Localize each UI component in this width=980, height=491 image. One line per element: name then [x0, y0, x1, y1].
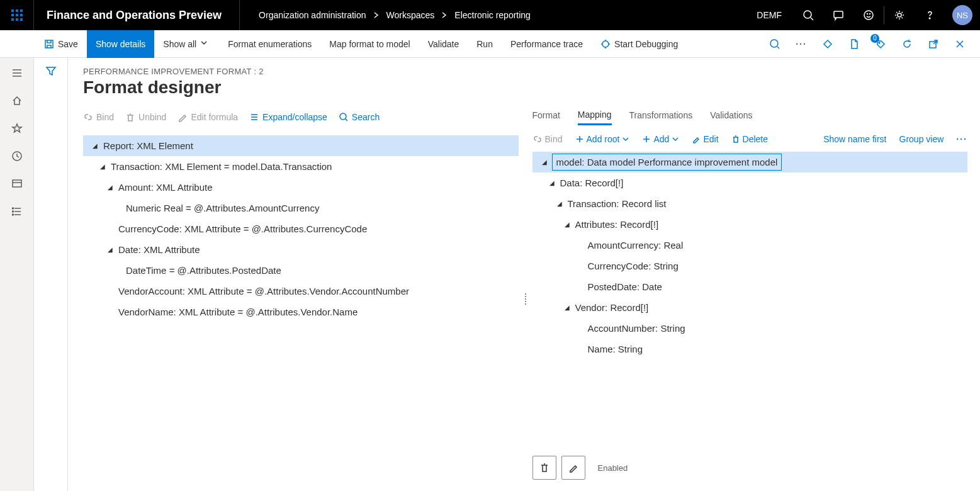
tab-format[interactable]: Format [532, 110, 560, 124]
tab-transformations[interactable]: Transformations [629, 110, 693, 124]
mapping-tree-row[interactable]: ◢model: Data model Performance improveme… [532, 152, 968, 172]
more-button[interactable]: ··· [956, 134, 967, 144]
unbind-button[interactable]: Unbind [125, 112, 166, 122]
breadcrumb-item[interactable]: Organization administration [259, 10, 366, 20]
mapping-tree-row[interactable]: AccountNumber: String [532, 318, 968, 339]
tree-caret-icon[interactable]: ◢ [548, 179, 556, 186]
format-tree-row[interactable]: DateTime = @.Attributes.PostedDate [83, 260, 519, 281]
tree-caret-icon[interactable]: ◢ [563, 304, 572, 311]
tree-node-label: Report: XML Element [103, 140, 193, 151]
bind-button[interactable]: Bind [83, 112, 114, 122]
tree-caret-icon[interactable]: ◢ [563, 221, 572, 228]
mapping-bind-button[interactable]: Bind [532, 134, 563, 144]
format-tree[interactable]: ◢Report: XML Element◢Transaction: XML El… [83, 135, 519, 322]
mapping-tree-row[interactable]: ◢Data: Record[!] [532, 172, 968, 193]
show-all-button[interactable]: Show all [154, 30, 219, 58]
plus-icon [642, 135, 651, 144]
question-icon [924, 9, 935, 21]
nav-modules-button[interactable] [2, 199, 32, 224]
mapping-tree-row[interactable]: CurrencyCode: String [532, 256, 968, 276]
group-view-link[interactable]: Group view [899, 134, 944, 144]
delete-mapping-button[interactable] [532, 456, 556, 480]
tree-caret-icon[interactable]: ◢ [91, 142, 99, 149]
start-debugging-button[interactable]: Start Debugging [592, 30, 687, 58]
delete-button[interactable]: Delete [731, 134, 768, 144]
filter-button[interactable] [45, 65, 57, 491]
format-tree-row[interactable]: VendorName: XML Attribute = @.Attributes… [83, 302, 519, 322]
show-details-button[interactable]: Show details [87, 30, 154, 58]
main-area: PERFORMANCE IMPROVEMENT FORMAT : 2 Forma… [34, 58, 980, 491]
nav-workspaces-button[interactable] [2, 171, 32, 196]
breadcrumb-item[interactable]: Workspaces [386, 10, 435, 20]
mapping-tree-row[interactable]: ◢Transaction: Record list [532, 193, 968, 214]
format-tree-row[interactable]: Numeric Real = @.Attributes.AmountCurren… [83, 198, 519, 218]
tab-validations[interactable]: Validations [710, 110, 752, 124]
nav-favorites-button[interactable] [2, 116, 32, 141]
mapping-tree[interactable]: ◢model: Data model Performance improveme… [532, 152, 968, 359]
format-tree-row[interactable]: CurrencyCode: XML Attribute = @.Attribut… [83, 218, 519, 239]
save-button[interactable]: Save [35, 30, 87, 58]
pin-button[interactable] [816, 33, 839, 55]
messages-button[interactable] [823, 0, 853, 30]
help-button[interactable] [915, 0, 945, 30]
format-tree-row[interactable]: ◢Date: XML Attribute [83, 239, 519, 260]
tree-node-label: Amount: XML Attribute [118, 182, 213, 193]
perf-trace-button[interactable]: Performance trace [502, 30, 592, 58]
funnel-icon [45, 65, 57, 77]
smile-icon [863, 9, 874, 21]
popout-button[interactable] [922, 33, 945, 55]
show-name-first-link[interactable]: Show name first [823, 134, 886, 144]
tree-caret-icon[interactable]: ◢ [106, 246, 115, 253]
close-button[interactable] [949, 33, 971, 55]
format-tree-row[interactable]: ◢Amount: XML Attribute [83, 177, 519, 198]
map-format-button[interactable]: Map format to model [320, 30, 419, 58]
content: PERFORMANCE IMPROVEMENT FORMAT : 2 Forma… [68, 58, 980, 491]
expand-collapse-button[interactable]: Expand/collapse [249, 112, 327, 122]
feedback-button[interactable] [853, 0, 884, 30]
search-button[interactable] [793, 0, 823, 30]
refresh-button[interactable] [896, 33, 918, 55]
tab-mapping[interactable]: Mapping [578, 110, 612, 125]
mapping-tree-row[interactable]: Name: String [532, 339, 968, 359]
notification-button[interactable]: 0 [869, 33, 892, 55]
app-launcher-button[interactable] [0, 0, 34, 30]
attachments-button[interactable] [843, 33, 865, 55]
tree-node-label: PostedDate: Date [588, 281, 662, 292]
svg-point-3 [867, 14, 868, 14]
two-pane: Bind Unbind Edit formula Expand/collapse… [83, 106, 967, 491]
svg-rect-1 [834, 11, 843, 18]
breadcrumb-item[interactable]: Electronic reporting [454, 10, 531, 20]
nav-hamburger-button[interactable] [2, 60, 32, 86]
mapping-tree-row[interactable]: ◢Vendor: Record[!] [532, 297, 968, 318]
mapping-tree-row[interactable]: ◢Attributes: Record[!] [532, 214, 968, 235]
tree-caret-icon[interactable]: ◢ [555, 200, 564, 207]
page-title: Format designer [83, 77, 967, 98]
nav-home-button[interactable] [2, 88, 32, 113]
mapping-tree-row[interactable]: AmountCurrency: Real [532, 235, 968, 256]
search-button[interactable]: Search [339, 112, 380, 122]
format-enumerations-button[interactable]: Format enumerations [219, 30, 320, 58]
cmdbar-search-button[interactable] [763, 33, 786, 55]
user-avatar[interactable]: NS [952, 5, 972, 25]
mapping-tree-row[interactable]: PostedDate: Date [532, 276, 968, 297]
format-tree-row[interactable]: ◢Report: XML Element [83, 135, 519, 156]
tree-caret-icon[interactable]: ◢ [98, 163, 107, 170]
more-button[interactable]: ··· [790, 33, 813, 55]
add-root-button[interactable]: Add root [575, 134, 630, 144]
svg-point-8 [602, 41, 609, 47]
settings-button[interactable] [884, 0, 915, 30]
add-button[interactable]: Add [642, 134, 679, 144]
edit-button[interactable]: Edit [692, 134, 718, 144]
run-button[interactable]: Run [468, 30, 502, 58]
format-tree-row[interactable]: VendorAccount: XML Attribute = @.Attribu… [83, 281, 519, 302]
edit-mapping-button[interactable] [561, 456, 585, 480]
company-picker[interactable]: DEMF [745, 10, 793, 20]
edit-formula-button[interactable]: Edit formula [177, 112, 238, 122]
nav-recent-button[interactable] [2, 144, 32, 169]
format-tree-row[interactable]: ◢Transaction: XML Element = model.Data.T… [83, 156, 519, 177]
home-icon [11, 95, 23, 106]
run-label: Run [476, 39, 493, 49]
validate-button[interactable]: Validate [419, 30, 468, 58]
tree-caret-icon[interactable]: ◢ [106, 184, 115, 191]
tree-caret-icon[interactable]: ◢ [540, 159, 549, 166]
